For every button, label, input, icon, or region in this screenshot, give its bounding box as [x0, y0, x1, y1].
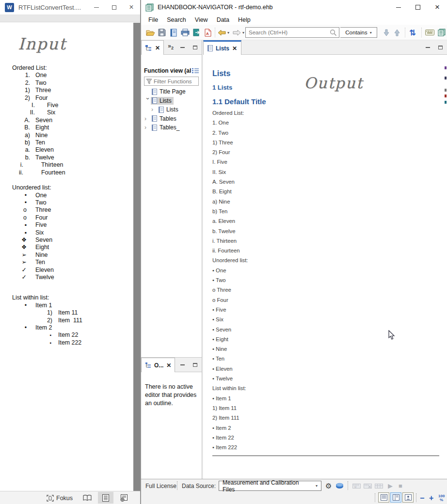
list-text: Six: [35, 229, 44, 236]
chevron-icon[interactable]: ›: [144, 115, 151, 122]
back-arrow-icon: [218, 30, 226, 36]
back-button[interactable]: [217, 27, 226, 38]
menu-item[interactable]: View: [191, 16, 212, 23]
word-titlebar: W RTFListConvertTest.... ×: [0, 0, 140, 15]
bullet-icon: ▪: [8, 221, 27, 229]
word-window: W RTFListConvertTest.... × Input Ordered…: [0, 0, 141, 504]
menu-item[interactable]: File: [144, 16, 162, 23]
word-list-row: •Two: [8, 199, 130, 206]
web-layout-button[interactable]: [116, 492, 132, 504]
word-list-row: b)Ten: [8, 139, 130, 146]
close-icon[interactable]: ✕: [155, 45, 160, 51]
close-icon[interactable]: ✕: [232, 45, 237, 52]
ruler-mark[interactable]: [445, 89, 447, 92]
list-text: Item 22: [58, 331, 78, 338]
view-menu-icon[interactable]: [192, 68, 199, 74]
word-minimize-button[interactable]: [88, 0, 105, 15]
zoom-reset-button[interactable]: 100%: [438, 493, 445, 503]
search-icon[interactable]: [330, 29, 337, 36]
view-mode-single-button[interactable]: [378, 492, 389, 503]
editor-line: • One: [212, 268, 447, 277]
lists-editor-tab[interactable]: Lists ✕: [203, 40, 241, 55]
navigator-close-button[interactable]: ×: [428, 0, 447, 15]
measurement-config-button[interactable]: [375, 481, 383, 491]
function-view-tab[interactable]: ✕: [141, 40, 164, 55]
chevron-down-icon: ▾: [370, 31, 372, 35]
print-layout-button[interactable]: [98, 492, 113, 504]
back-history-dropdown[interactable]: ▾: [226, 27, 231, 38]
forward-button[interactable]: [232, 27, 241, 38]
play-button[interactable]: ▶: [388, 481, 393, 491]
maximize-view-button[interactable]: [191, 45, 199, 50]
outline-tab[interactable]: O... ✕: [141, 358, 175, 372]
open-file-button[interactable]: [145, 27, 156, 38]
zoom-out-button[interactable]: −: [420, 493, 424, 503]
view-mode-details-button[interactable]: [402, 492, 414, 503]
measurement-tool-button[interactable]: M: [352, 481, 361, 491]
main-area: ✕ »2 Function view (al: [141, 40, 447, 479]
word-maximize-button[interactable]: [105, 0, 123, 15]
ruler-mark[interactable]: [445, 77, 447, 79]
ruler-mark[interactable]: [445, 94, 447, 97]
list-marker: b.: [8, 154, 30, 161]
word-statusbar: Fokus: [0, 491, 140, 504]
ruler-mark[interactable]: [445, 66, 447, 69]
list-text: Item 1: [35, 302, 52, 309]
tree-row[interactable]: › Tables_: [141, 123, 202, 132]
focus-mode-button[interactable]: Fokus: [47, 493, 73, 503]
list-text: Item 222: [58, 339, 81, 346]
save-button[interactable]: [157, 27, 167, 38]
tree-item-label: Title Page: [160, 88, 186, 95]
editor-line: 2) Four: [212, 149, 447, 159]
synchronize-button[interactable]: ⇅: [408, 27, 417, 38]
minimize-view-button[interactable]: [178, 362, 186, 368]
hidden-tabs-indicator[interactable]: »2: [168, 44, 174, 50]
export-button[interactable]: [192, 27, 202, 38]
navigator-minimize-button[interactable]: [389, 0, 408, 15]
close-icon[interactable]: ✕: [166, 362, 171, 369]
filter-functions-input[interactable]: [152, 79, 198, 84]
maximize-view-button[interactable]: [191, 362, 199, 368]
chevron-icon[interactable]: ›: [144, 124, 151, 131]
stop-button[interactable]: ■: [399, 481, 402, 491]
data-source-settings-button[interactable]: ⚙: [325, 481, 332, 491]
word-scrollbar[interactable]: [133, 23, 140, 491]
read-mode-button[interactable]: [80, 492, 95, 504]
editor-line: 1. One: [212, 120, 447, 129]
help-handbook-button[interactable]: [437, 27, 447, 38]
editor-content[interactable]: Output Lists 1 Lists 1.1 Default Title O…: [203, 55, 447, 479]
minimize-view-button[interactable]: [424, 45, 431, 50]
open-handbook-button[interactable]: [169, 27, 178, 38]
maximize-view-button[interactable]: [436, 45, 444, 50]
menu-item[interactable]: Search: [162, 16, 191, 23]
next-result-button[interactable]: [382, 27, 391, 38]
tree-row[interactable]: › Lists: [141, 96, 202, 106]
print-button[interactable]: [180, 27, 191, 38]
ordered-list: 1.One 2.Two 1)Three 2)Four I.Five II.Six…: [8, 72, 130, 176]
chevron-icon[interactable]: ›: [151, 106, 158, 113]
chevron-icon[interactable]: ›: [144, 97, 151, 104]
menu-item[interactable]: Help: [234, 16, 255, 23]
view-mode-split-button[interactable]: [390, 492, 401, 503]
export-pdf-button[interactable]: A: [203, 27, 213, 38]
tree-row[interactable]: › Title Page: [141, 87, 202, 96]
word-document[interactable]: Input Ordered List: 1.One 2.Two 1)Three …: [8, 23, 130, 491]
ruler-mark[interactable]: [445, 101, 447, 104]
search-mode-dropdown[interactable]: Contains ▾: [340, 27, 377, 38]
navigator-maximize-button[interactable]: [408, 0, 428, 15]
minimize-view-button[interactable]: [178, 45, 186, 50]
tree-row[interactable]: › Lists: [141, 105, 202, 114]
zoom-in-button[interactable]: +: [429, 493, 433, 503]
measurement-stop-button[interactable]: [364, 481, 372, 491]
previous-result-button[interactable]: [393, 27, 401, 38]
data-source-status-icon[interactable]: [335, 481, 344, 491]
maximize-icon: [193, 363, 197, 367]
menu-item[interactable]: Data: [212, 16, 234, 23]
data-source-dropdown[interactable]: Measurement and Calibration Files ▾: [219, 481, 321, 491]
tree-row[interactable]: › Tables: [141, 114, 202, 124]
list-marker: 1): [8, 87, 30, 94]
minimize-icon: [426, 47, 430, 48]
keyboard-shortcuts-button[interactable]: [424, 27, 435, 38]
word-close-button[interactable]: ×: [123, 0, 140, 15]
search-input[interactable]: [246, 30, 330, 35]
